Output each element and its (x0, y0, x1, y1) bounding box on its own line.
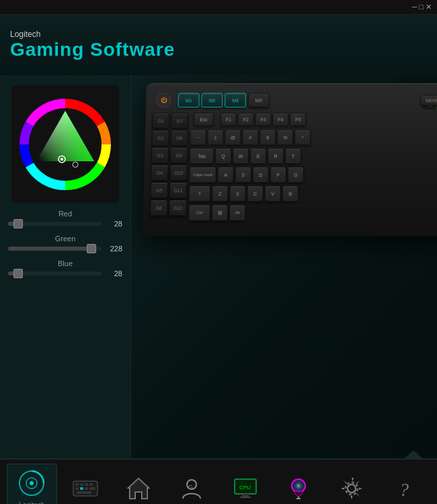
toolbar-keyboard[interactable] (61, 464, 110, 505)
g-key-pair-3: G3 G9 (151, 147, 188, 163)
titlebar: ─ □ ✕ (0, 0, 437, 15)
settings-icon (337, 474, 366, 503)
g-key-pair-1: G1 G7 (152, 113, 188, 129)
app-title: Gaming Software (10, 39, 427, 60)
toolbar-settings[interactable] (327, 464, 376, 505)
green-slider-row: 228 (8, 245, 122, 253)
bottom-row: Ctrl ⊞ Alt (188, 204, 311, 220)
green-slider-track[interactable] (8, 247, 102, 251)
key-alt[interactable]: Alt (229, 204, 245, 220)
key-m1[interactable]: M1 (178, 93, 200, 108)
key-x[interactable]: X (229, 185, 245, 202)
toolbar-logitech-label: Logitech (19, 501, 44, 504)
key-m3[interactable]: M3 (225, 93, 246, 108)
key-g[interactable]: G (288, 167, 304, 183)
key-f3[interactable]: F3 (255, 113, 271, 126)
svg-rect-34 (240, 497, 251, 498)
main-keys: Esc F1 F2 F3 F4 F5 ~ 1 @ (188, 113, 311, 222)
key-1[interactable]: 1 (207, 129, 223, 145)
blue-slider-track[interactable] (8, 271, 102, 276)
key-s[interactable]: S (235, 167, 251, 183)
window-controls[interactable]: ─ □ ✕ (411, 3, 432, 11)
key-g8[interactable]: G8 (170, 130, 188, 146)
key-3[interactable]: # (242, 129, 258, 145)
caps-row: Caps Lock A S D F G (189, 167, 311, 183)
key-f1[interactable]: F1 (221, 113, 237, 126)
key-ctrl[interactable]: Ctrl (188, 204, 210, 220)
key-tilde[interactable]: ~ (190, 129, 206, 145)
main-content: Red 28 Green 228 Blue (0, 75, 437, 458)
logitech-logo-icon (17, 468, 46, 498)
green-slider-fill (8, 247, 91, 251)
toolbar-display[interactable]: CPU (221, 464, 270, 505)
key-5[interactable]: % (277, 129, 293, 145)
key-r[interactable]: R (268, 148, 284, 164)
red-slider-track[interactable] (8, 222, 102, 226)
green-value: 228 (106, 245, 122, 253)
key-g5[interactable]: G5 (150, 182, 168, 198)
key-2[interactable]: @ (225, 129, 241, 145)
key-b[interactable]: B (282, 185, 299, 202)
key-f2[interactable]: F2 (238, 113, 254, 126)
header: Logitech Gaming Software (0, 15, 437, 75)
keyboard-wrapper: ▲ ◄ OK ► ▼ ⏻ M1 M2 M3 (143, 83, 437, 236)
key-d[interactable]: D (253, 167, 269, 183)
key-e[interactable]: E (250, 148, 266, 164)
toolbar-help[interactable]: ? (381, 464, 430, 505)
key-a[interactable]: A (217, 167, 233, 183)
key-g1[interactable]: G1 (152, 113, 169, 129)
key-mr[interactable]: MR (248, 93, 270, 108)
key-g7[interactable]: G7 (171, 113, 188, 129)
g-key-pair-4: G4 G10 (151, 165, 188, 181)
key-v[interactable]: V (265, 185, 281, 202)
key-6[interactable]: ^ (294, 129, 311, 145)
key-w[interactable]: W (233, 148, 249, 164)
key-g11[interactable]: G11 (169, 182, 188, 198)
lighting-icon (284, 474, 313, 503)
blue-label: Blue (8, 259, 122, 267)
key-z[interactable]: Z (212, 185, 228, 202)
key-shift[interactable]: ⇧ (189, 185, 211, 202)
key-m2[interactable]: M2 (201, 93, 223, 108)
key-g6[interactable]: G6 (150, 200, 168, 216)
blue-slider-thumb[interactable] (13, 269, 23, 278)
svg-rect-19 (77, 491, 91, 494)
power-button[interactable]: ⏻ (156, 93, 171, 108)
toolbar-lighting[interactable] (274, 464, 323, 505)
key-g3[interactable]: G3 (151, 147, 169, 163)
key-menu[interactable]: MENU (420, 95, 437, 106)
key-g12[interactable]: G12 (169, 200, 187, 216)
toolbar: Logitech (0, 458, 437, 504)
key-f4[interactable]: F4 (272, 113, 288, 126)
key-caps[interactable]: Caps Lock (189, 167, 216, 183)
key-win[interactable]: ⊞ (212, 204, 229, 220)
toolbar-logitech[interactable]: Logitech (7, 464, 57, 505)
svg-point-39 (348, 485, 356, 493)
key-esc[interactable]: Esc (194, 113, 214, 126)
power-icon: ⏻ (161, 97, 167, 103)
key-g2[interactable]: G2 (151, 130, 169, 146)
key-f[interactable]: F (270, 167, 286, 183)
keyboard: ▲ ◄ OK ► ▼ ⏻ M1 M2 M3 (143, 83, 437, 236)
svg-rect-14 (89, 483, 93, 486)
key-tab[interactable]: Tab (190, 148, 214, 164)
g-keys-column: G1 G7 G2 G8 G3 G9 G4 G10 (150, 113, 189, 222)
svg-rect-12 (80, 483, 83, 486)
key-t[interactable]: T (285, 148, 301, 164)
key-g10[interactable]: G10 (169, 165, 188, 181)
color-wheel-svg[interactable] (11, 85, 119, 203)
key-g4[interactable]: G4 (151, 165, 169, 181)
key-c[interactable]: C (247, 185, 263, 202)
toolbar-home[interactable] (114, 464, 163, 505)
green-slider-thumb[interactable] (87, 244, 96, 253)
key-g9[interactable]: G9 (170, 147, 188, 163)
color-wheel[interactable] (11, 85, 119, 203)
red-slider-thumb[interactable] (13, 219, 23, 228)
key-f5[interactable]: F5 (290, 113, 306, 126)
red-label: Red (8, 210, 122, 218)
red-slider-group: Red 28 (8, 210, 122, 228)
key-q[interactable]: Q (215, 148, 231, 164)
toolbar-profile[interactable]: G (167, 464, 216, 505)
key-4[interactable]: $ (260, 129, 276, 145)
svg-rect-18 (89, 487, 95, 490)
